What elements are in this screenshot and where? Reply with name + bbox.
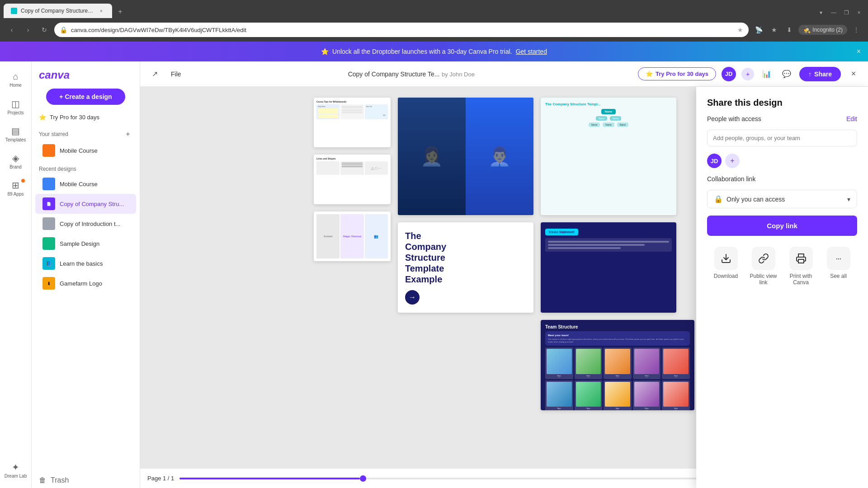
bookmark-icon[interactable]: ★ — [768, 23, 780, 36]
access-level-text: Only you can access — [726, 196, 844, 203]
copy-link-button[interactable]: Copy link — [707, 216, 857, 236]
try-pro-panel-btn[interactable]: ⭐ Try Pro for 30 days — [32, 110, 140, 124]
icon-sidebar: ⌂ Home ◫ Projects ▤ Templates ◈ Brand ⊞ … — [0, 61, 32, 488]
main-canvas: ↗ File Copy of Company Structure Te... b… — [140, 61, 868, 488]
zoom-track[interactable] — [179, 478, 780, 479]
create-design-button[interactable]: + Create a design — [46, 89, 125, 105]
recent-thumb-1: 📄 — [42, 197, 55, 210]
starred-title: Your starred — [39, 131, 68, 137]
recent-thumb-4: 📘 — [42, 257, 55, 270]
file-menu-btn[interactable]: File — [167, 69, 185, 80]
address-bar[interactable]: 🔒 canva.com/design/DAGVwWI7eDw/TByK4l4V6… — [54, 23, 749, 37]
close-window-btn[interactable]: × — [854, 7, 864, 18]
slide-vision[interactable]: Vision Statement — [541, 222, 676, 313]
sidebar-home-label: Home — [9, 83, 22, 88]
projects-icon: ◫ — [11, 99, 20, 109]
share-button[interactable]: ↑ Share — [799, 67, 841, 81]
slide-org-structure[interactable]: The Company Structure Templ... Name Name… — [541, 98, 676, 215]
add-collaborator-btn[interactable]: + — [741, 68, 754, 80]
banner-close-btn[interactable]: × — [857, 47, 861, 56]
team-slide-title: Team Structure — [545, 324, 690, 329]
zoom-thumb[interactable] — [360, 475, 366, 482]
recent-learn-basics[interactable]: 📘 Learn the basics — [35, 253, 136, 273]
sidebar-item-projects[interactable]: ◫ Projects — [3, 94, 28, 119]
chart-icon-btn[interactable]: 📊 — [760, 67, 774, 81]
company-slide-title: TheCompanyStructureTemplateExample — [405, 230, 526, 285]
tab-list-btn[interactable]: ▾ — [816, 7, 826, 18]
forward-button[interactable]: › — [22, 23, 34, 36]
sidebar-item-apps[interactable]: ⊞ 89 Apps — [3, 175, 28, 201]
starred-add-btn[interactable]: + — [123, 130, 132, 139]
starred-mobile-course[interactable]: Mobile Course — [35, 141, 136, 160]
see-all-action[interactable]: ··· See all — [821, 247, 857, 279]
slides-column-left: Canva Tips for Whiteboards Sticky Notes — [314, 98, 391, 410]
new-tab-button[interactable]: + — [114, 5, 127, 18]
sidebar-projects-label: Projects — [7, 110, 24, 115]
slide-company-text[interactable]: TheCompanyStructureTemplateExample → — [398, 222, 533, 313]
reload-button[interactable]: ↻ — [38, 23, 51, 36]
trash-button[interactable]: 🗑 Trash — [32, 473, 140, 488]
minimize-btn[interactable]: — — [828, 7, 839, 18]
close-editor-btn[interactable]: × — [846, 67, 861, 81]
download-action[interactable]: Download — [708, 247, 744, 279]
sidebar-brand-label: Brand — [9, 164, 22, 169]
comment-icon-btn[interactable]: 💬 — [779, 67, 794, 81]
sidebar-item-dreamlab[interactable]: ✦ Dream Lab — [3, 457, 28, 483]
slide-embed[interactable]: Embed Magic Shortcut 👥 — [314, 211, 391, 261]
share-panel: Share this design People with access Edi… — [696, 87, 868, 488]
people-access-row: People with access Edit — [707, 115, 857, 122]
by-text: by — [442, 71, 449, 78]
download-browser-icon[interactable]: ⬇ — [783, 23, 796, 36]
cast-icon[interactable]: 📡 — [752, 23, 765, 36]
edit-access-link[interactable]: Edit — [846, 115, 857, 122]
add-people-input[interactable] — [707, 130, 857, 146]
print-icon-circle — [789, 247, 813, 270]
tab-close-btn[interactable]: × — [98, 7, 105, 14]
collab-link-dropdown[interactable]: 🔒 Only you can access ▾ — [707, 190, 857, 208]
promo-banner: ⭐ Unlock all the Droptober launches with… — [0, 42, 868, 61]
recent-copy-company[interactable]: 📄 Copy of Company Stru... — [35, 194, 136, 214]
try-pro-header-btn[interactable]: ⭐ Try Pro for 30 days — [638, 67, 716, 80]
starred-section-header: Your starred + — [32, 124, 140, 141]
org-slide-title: The Company Structure Templ... — [545, 102, 672, 106]
sidebar-item-brand[interactable]: ◈ Brand — [3, 148, 28, 174]
panel-header: canva — [32, 61, 140, 89]
slide-team-structure[interactable]: Team Structure Meet your team! This sect… — [541, 320, 694, 410]
slide-arrow-btn[interactable]: → — [405, 290, 420, 305]
tab-favicon — [11, 8, 17, 14]
recent-mobile-course[interactable]: Mobile Course — [35, 174, 136, 194]
sidebar-item-home[interactable]: ⌂ Home — [3, 67, 28, 92]
see-all-icon-circle: ··· — [827, 247, 850, 270]
left-panel: canva + Create a design ⭐ Try Pro for 30… — [32, 61, 140, 488]
recent-gamefarm-logo[interactable]: ⬇ Gamefarm Logo — [35, 273, 136, 293]
print-action-label: Print withCanva — [790, 273, 812, 286]
recent-item-3-name: Sample Design — [60, 240, 129, 247]
recent-sample-design[interactable]: Sample Design — [35, 234, 136, 253]
home-icon: ⌂ — [13, 71, 18, 82]
recent-item-4-name: Learn the basics — [60, 260, 129, 267]
trash-label: Trash — [51, 476, 69, 484]
maximize-btn[interactable]: ❐ — [841, 7, 852, 18]
collab-link-label: Collaboration link — [707, 175, 857, 183]
download-action-label: Download — [714, 273, 738, 279]
external-link-btn[interactable]: ↗ — [147, 67, 162, 81]
browser-tab-active[interactable]: Copy of Company Structure Te... × — [4, 4, 112, 18]
recent-copy-intro[interactable]: Copy of Introduction t... — [35, 214, 136, 234]
public-view-action[interactable]: Public viewlink — [745, 247, 782, 286]
promo-link[interactable]: Get started — [516, 48, 547, 55]
menu-icon[interactable]: ⋮ — [850, 23, 863, 36]
add-collaborator-plus[interactable]: + — [725, 154, 740, 168]
templates-icon: ▤ — [11, 126, 20, 136]
recent-item-0-name: Mobile Course — [60, 181, 129, 188]
back-button[interactable]: ‹ — [5, 23, 18, 36]
recent-thumb-5: ⬇ — [42, 277, 55, 290]
sidebar-item-templates[interactable]: ▤ Templates — [3, 121, 28, 146]
recent-thumb-3 — [42, 237, 55, 250]
zoom-slider[interactable] — [179, 478, 780, 479]
slide-lines[interactable]: Lines and Shapes △ □ ··· — [314, 155, 391, 204]
share-actions-row: Download Public viewlink Print withCanva — [707, 243, 857, 289]
print-action[interactable]: Print withCanva — [783, 247, 819, 286]
recent-title: Recent designs — [39, 166, 76, 172]
slide-whiteboard[interactable]: Canva Tips for Whiteboards Sticky Notes — [314, 98, 391, 147]
slide-meeting[interactable]: 👩‍💼 👨‍💼 — [398, 98, 533, 215]
